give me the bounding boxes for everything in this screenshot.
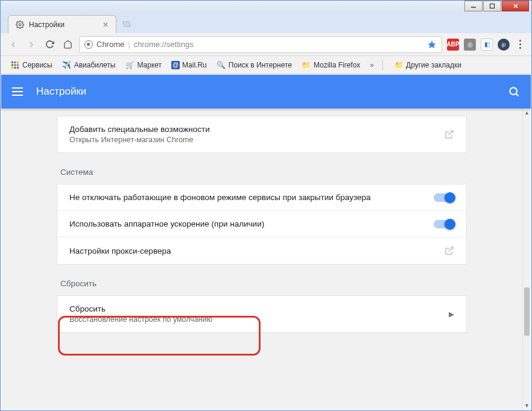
tab-settings[interactable]: Настройки ✕ — [8, 15, 116, 33]
svg-rect-6 — [11, 61, 13, 63]
svg-rect-1 — [490, 4, 495, 8]
folder-icon: 📁 — [394, 60, 404, 70]
svg-point-15 — [510, 87, 517, 95]
extension-abp-icon[interactable]: ABP — [447, 39, 459, 51]
bookmark-apps[interactable]: Сервисы — [7, 58, 56, 72]
close-tab-icon[interactable]: ✕ — [103, 20, 109, 29]
chrome-origin-icon — [84, 40, 93, 49]
scrollbar-thumb[interactable] — [524, 287, 530, 336]
svg-line-17 — [449, 131, 453, 135]
svg-rect-10 — [14, 64, 16, 66]
svg-rect-14 — [17, 67, 19, 69]
proxy-settings-row[interactable]: Настройки прокси-сервера — [57, 237, 466, 264]
svg-rect-8 — [17, 61, 19, 63]
search-icon[interactable] — [508, 86, 520, 98]
apps-grid-icon — [10, 60, 20, 70]
search-icon: 🔍 — [217, 60, 226, 70]
back-button[interactable] — [7, 38, 20, 51]
svg-marker-5 — [428, 40, 435, 48]
extension-icon[interactable]: ◎ — [464, 39, 476, 51]
background-apps-row[interactable]: Не отключать работающие в фоновом режиме… — [57, 184, 466, 211]
chevron-right-icon: ▸ — [449, 307, 454, 321]
page-title: Настройки — [36, 86, 86, 98]
svg-rect-9 — [11, 64, 13, 66]
toolbar: Chrome | chrome://settings ABP ◎ ◧ ip — [1, 33, 531, 56]
bookmark-item[interactable]: ✈️Авиабилеты — [59, 58, 119, 72]
section-label-system: Система — [57, 153, 467, 184]
section-label-reset: Сбросить — [57, 265, 467, 295]
row-title: Добавить специальные возможности — [69, 125, 445, 134]
extension-ip-icon[interactable]: ip — [498, 39, 510, 51]
reset-card: Сбросить Восстановление настроек по умол… — [57, 295, 467, 333]
tab-strip: Настройки ✕ — [1, 11, 531, 33]
new-tab-button[interactable] — [120, 17, 133, 31]
bookmark-star-icon[interactable] — [427, 40, 437, 49]
home-button[interactable] — [61, 38, 74, 51]
gear-icon — [16, 20, 24, 29]
address-url: chrome://settings — [134, 40, 194, 49]
reload-button[interactable] — [43, 38, 56, 51]
other-bookmarks-button[interactable]: 📁Другие закладки — [390, 58, 465, 72]
svg-line-16 — [516, 94, 519, 96]
minimize-button[interactable] — [464, 1, 483, 11]
svg-rect-12 — [11, 67, 13, 69]
row-subtitle: Восстановление настроек по умолчанию — [69, 315, 449, 324]
accessibility-card: Добавить специальные возможности Открыть… — [57, 116, 467, 153]
row-title: Сбросить — [69, 304, 449, 313]
extension-icon[interactable]: ◧ — [481, 39, 493, 51]
plane-icon: ✈️ — [62, 60, 72, 70]
external-link-icon — [445, 130, 454, 139]
bookmarks-overflow-button[interactable]: » — [366, 61, 378, 69]
svg-line-18 — [449, 247, 453, 251]
svg-rect-7 — [14, 61, 16, 63]
reset-row[interactable]: Сбросить Восстановление настроек по умол… — [57, 296, 466, 332]
bookmark-item[interactable]: 📁Mozilla Firefox — [298, 58, 364, 72]
svg-point-4 — [19, 24, 21, 26]
toggle-switch[interactable] — [434, 220, 454, 228]
hardware-accel-row[interactable]: Использовать аппаратное ускорение (при н… — [57, 211, 466, 237]
close-window-button[interactable] — [502, 1, 529, 11]
titlebar — [1, 1, 531, 11]
cart-icon: 🛒 — [125, 60, 135, 70]
forward-button[interactable] — [25, 38, 38, 51]
settings-header: Настройки — [1, 75, 531, 108]
scrollbar[interactable]: ▲ ▼ — [522, 108, 531, 410]
folder-icon: 📁 — [302, 60, 311, 70]
tab-title: Настройки — [29, 20, 65, 29]
system-card: Не отключать работающие в фоновом режиме… — [57, 184, 467, 265]
maximize-button[interactable] — [483, 1, 501, 11]
menu-icon[interactable] — [12, 87, 23, 96]
browser-menu-button[interactable] — [515, 37, 525, 51]
bookmark-item[interactable]: @Mail.Ru — [168, 59, 211, 71]
address-host: Chrome — [97, 40, 124, 49]
scroll-down-icon[interactable]: ▼ — [523, 401, 531, 410]
bookmark-item[interactable]: 🔍Поиск в Интернете — [213, 58, 296, 72]
svg-rect-11 — [17, 64, 19, 66]
bookmark-item[interactable]: 🛒Маркет — [121, 58, 165, 72]
address-bar[interactable]: Chrome | chrome://settings — [79, 36, 442, 53]
at-icon: @ — [171, 61, 180, 69]
row-subtitle: Открыть Интернет-магазин Chrome — [69, 136, 445, 144]
svg-rect-13 — [14, 67, 16, 69]
bookmarks-bar: Сервисы ✈️Авиабилеты 🛒Маркет @Mail.Ru 🔍П… — [1, 56, 531, 74]
toggle-switch[interactable] — [434, 193, 454, 202]
external-link-icon — [445, 246, 454, 256]
scroll-up-icon[interactable]: ▲ — [523, 108, 531, 117]
accessibility-row[interactable]: Добавить специальные возможности Открыть… — [57, 116, 466, 152]
